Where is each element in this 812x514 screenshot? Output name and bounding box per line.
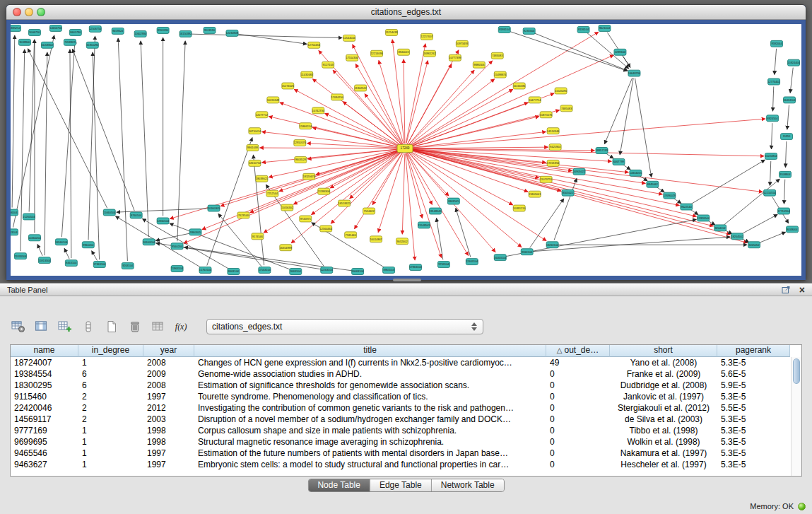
column-header-name[interactable]: name — [11, 345, 78, 357]
graph-node[interactable]: 12544044 — [343, 35, 356, 41]
graph-node[interactable]: 9038940 — [18, 39, 30, 45]
graph-node[interactable]: 18320674 — [303, 173, 316, 180]
graph-node[interactable]: 12210554 — [763, 189, 776, 196]
graph-node[interactable]: 2289344 — [614, 49, 626, 55]
graph-node[interactable]: 17690029 — [664, 192, 676, 199]
graph-edge[interactable] — [88, 36, 95, 240]
graph-node[interactable]: 7623540 — [237, 212, 249, 218]
graph-edge[interactable] — [12, 35, 15, 208]
graph-node[interactable]: 15274026 — [282, 83, 294, 89]
graph-edge[interactable] — [261, 149, 400, 163]
graph-node[interactable]: 12564464 — [320, 226, 333, 232]
graph-node[interactable]: 8605790 — [69, 29, 81, 35]
graph-node[interactable]: 8944022 — [398, 49, 410, 55]
graph-node[interactable]: 16648794 — [628, 70, 641, 76]
graph-node[interactable]: 7483083 — [491, 52, 503, 59]
graph-edge[interactable] — [142, 218, 229, 269]
graph-node[interactable]: 15866154 — [300, 123, 312, 129]
graph-node[interactable]: 18039021 — [256, 175, 268, 182]
column-header-short[interactable]: short — [610, 345, 717, 357]
graph-edge[interactable] — [117, 209, 209, 212]
graph-node[interactable]: 16150392 — [180, 30, 192, 37]
graph-edge[interactable] — [534, 33, 628, 71]
graph-edge[interactable] — [690, 160, 765, 204]
graph-node[interactable]: 9745971 — [300, 216, 312, 222]
function-builder-icon[interactable]: f(x) — [173, 318, 190, 335]
graph-node[interactable]: 9861038 — [247, 145, 259, 151]
graph-node[interactable]: 9174546 — [252, 233, 264, 240]
graph-node[interactable]: 11545490 — [555, 88, 567, 94]
graph-edge[interactable] — [604, 78, 632, 144]
graph-node[interactable]: 12506750 — [89, 25, 101, 32]
graph-node[interactable]: 16905022 — [573, 168, 585, 175]
graph-node[interactable]: 11073755 — [540, 176, 552, 182]
network-window-titlebar[interactable]: citations_edges.txt — [6, 5, 806, 20]
graph-edge[interactable] — [253, 155, 264, 265]
float-panel-icon[interactable] — [782, 286, 791, 294]
graph-edge[interactable] — [530, 199, 564, 248]
graph-edge[interactable] — [784, 180, 784, 204]
graph-node[interactable]: 8760504 — [130, 212, 142, 218]
table-mode-icon[interactable] — [10, 318, 27, 335]
graph-node[interactable]: 10973493 — [456, 40, 468, 47]
graph-edge[interactable] — [184, 151, 401, 243]
graph-edge[interactable] — [554, 178, 577, 240]
graph-node[interactable]: 9263104 — [122, 263, 134, 269]
graph-edge[interactable] — [410, 149, 763, 192]
graph-node[interactable]: 17863104 — [409, 264, 422, 271]
graph-node[interactable]: 10871076 — [540, 112, 552, 118]
graph-node[interactable]: 17554300 — [346, 54, 358, 61]
graph-edge[interactable] — [787, 105, 789, 129]
graph-edge[interactable] — [330, 151, 401, 188]
graph-node[interactable]: 12234909 — [226, 30, 238, 36]
column-header-title[interactable]: title — [194, 345, 546, 357]
graph-node[interactable]: 11902522 — [355, 85, 367, 91]
graph-edge[interactable] — [191, 34, 343, 37]
row-height-icon[interactable] — [80, 318, 97, 335]
graph-node[interactable]: 12360504 — [157, 218, 170, 224]
graph-node[interactable]: 10220349 — [267, 97, 279, 103]
graph-node[interactable]: 15763104 — [199, 267, 212, 274]
graph-node[interactable]: 16560104 — [55, 239, 68, 245]
graph-edge[interactable] — [64, 248, 69, 259]
graph-node[interactable]: 16014867 — [370, 236, 382, 243]
graph-edge[interactable] — [404, 59, 405, 144]
graph-node[interactable]: 12077712 — [256, 112, 268, 118]
graph-edge[interactable] — [770, 161, 770, 186]
graph-node[interactable]: 7581446 — [345, 232, 357, 238]
table-row[interactable]: 977716911998Corpus callosum shape and si… — [11, 425, 801, 436]
graph-node[interactable]: 7524422 — [363, 208, 375, 214]
graph-edge[interactable] — [410, 147, 548, 148]
graph-node[interactable]: 12263104 — [321, 267, 334, 274]
create-column-icon[interactable] — [57, 318, 73, 335]
graph-edge[interactable] — [37, 244, 42, 255]
graph-node[interactable]: 8186104 — [498, 26, 510, 33]
graph-node[interactable]: 9763104 — [437, 262, 449, 268]
graph-edge[interactable] — [409, 55, 613, 146]
graph-node[interactable]: 11833304 — [14, 253, 27, 259]
graph-node[interactable]: 8204202 — [714, 225, 726, 231]
graph-edge[interactable] — [771, 123, 772, 149]
close-button[interactable] — [13, 8, 21, 16]
graph-edge[interactable] — [409, 151, 513, 205]
graph-edge[interactable] — [155, 233, 190, 240]
graph-node[interactable]: 8363104 — [11, 229, 18, 235]
graph-node[interactable]: 10777399 — [449, 54, 461, 61]
graph-edge[interactable] — [250, 151, 401, 213]
graph-edge[interactable] — [505, 219, 697, 257]
table-row[interactable]: 1456911722003Disruption of a novel membe… — [11, 414, 801, 425]
graph-node[interactable]: 12663104 — [466, 259, 478, 265]
graph-edge[interactable] — [410, 119, 765, 148]
graph-edge[interactable] — [410, 150, 714, 226]
graph-node[interactable]: 15548545 — [418, 222, 430, 228]
new-table-icon[interactable] — [103, 318, 120, 335]
graph-node[interactable]: 11254439 — [386, 29, 398, 35]
graph-node[interactable]: 15498874 — [494, 71, 507, 78]
zoom-button[interactable] — [37, 8, 45, 16]
graph-node[interactable]: 17221856 — [547, 160, 559, 166]
graph-node[interactable]: 8848545 — [447, 198, 459, 204]
graph-edge[interactable] — [408, 61, 493, 145]
table-row[interactable]: 2242004622012Investigating the contribut… — [11, 402, 801, 414]
graph-node[interactable]: 16063104 — [351, 269, 364, 275]
graph-node[interactable]: 8845062 — [647, 181, 659, 187]
